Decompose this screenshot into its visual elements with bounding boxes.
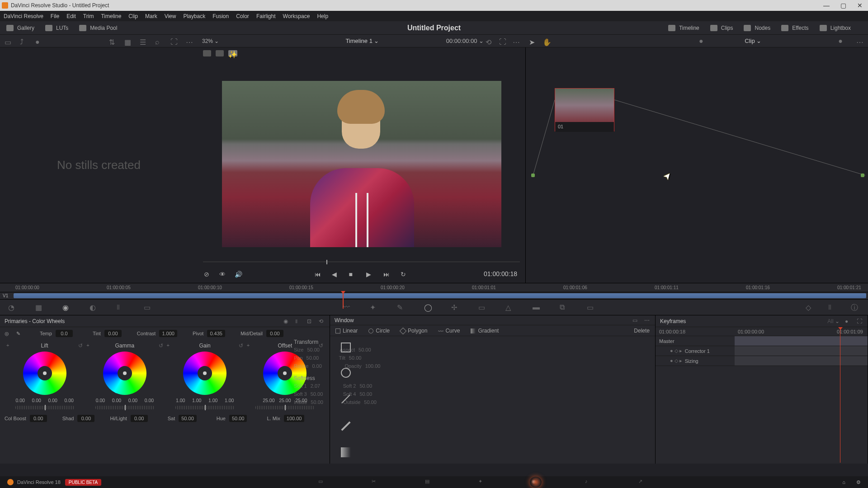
kf-master-row[interactable]: Master [656, 336, 868, 346]
lift-wheel[interactable] [23, 352, 66, 395]
menu-item[interactable]: Mark [145, 13, 157, 19]
reset-icon[interactable]: ↺ [78, 343, 83, 349]
lmix-value[interactable]: 100.00 [284, 415, 305, 422]
first-frame-button[interactable]: ⏮ [315, 271, 323, 277]
menu-item[interactable]: Fairlight [256, 13, 276, 19]
timeline-button[interactable]: Timeline [668, 25, 699, 31]
tilt-value[interactable]: 50.00 [349, 355, 368, 361]
rotate-value[interactable]: 0.00 [312, 363, 331, 369]
blur-icon[interactable]: △ [505, 303, 514, 311]
kf-sizing-row[interactable]: ● ◇ ▸Sizing [656, 356, 868, 366]
linear-tab[interactable]: Linear [335, 328, 358, 334]
kf-expand-icon[interactable]: ⛶ [857, 318, 863, 324]
color-page-icon[interactable]: ◉ [532, 479, 540, 486]
media-page-icon[interactable]: ▭ [318, 479, 326, 486]
picker-icon[interactable]: ◎ [5, 331, 14, 337]
soft2-value[interactable]: 50.00 [360, 383, 379, 389]
prev-frame-button[interactable]: ◀ [332, 271, 340, 277]
unmix-icon[interactable]: ⊘ [204, 271, 212, 277]
circle-tab[interactable]: Circle [368, 328, 390, 334]
still-view-icon[interactable]: ▭ [5, 38, 12, 44]
gradient-tab[interactable]: Gradient [471, 328, 499, 334]
log-mode-icon[interactable]: ⊡ [307, 318, 313, 324]
gallery-button[interactable]: Gallery [6, 25, 34, 31]
sat-value[interactable]: 50.00 [179, 415, 197, 422]
gain-wheel[interactable] [183, 352, 226, 395]
middetail-value[interactable]: 0.00 [266, 330, 283, 337]
timeline-track[interactable]: V1 [0, 292, 868, 299]
media-pool-button[interactable]: Media Pool [79, 25, 117, 31]
inside-value[interactable]: 50.00 [311, 399, 330, 405]
expand-icon[interactable]: ⛶ [170, 38, 178, 44]
bypass-icon[interactable]: ⟲ [486, 38, 493, 44]
menu-item[interactable]: Playback [183, 13, 205, 19]
clips-button[interactable]: Clips [710, 25, 733, 31]
magic-icon[interactable]: ▭ [478, 303, 487, 311]
node-dot-icon[interactable]: ● [699, 37, 703, 45]
hand-icon[interactable]: ✋ [542, 38, 550, 44]
home-icon[interactable]: ⌂ [842, 479, 845, 485]
menu-item[interactable]: Timeline [101, 13, 121, 19]
menu-item[interactable]: Trim [83, 13, 94, 19]
delete-tab[interactable]: Delete [634, 328, 650, 334]
stop-button[interactable]: ■ [349, 271, 357, 277]
hilight-value[interactable]: 0.00 [131, 415, 148, 422]
timeline-clip[interactable] [14, 293, 866, 298]
node-output[interactable] [861, 174, 864, 177]
node-editor[interactable]: 01 [526, 47, 868, 283]
kf-filter[interactable]: All ⌄ [827, 318, 840, 324]
maximize-button[interactable]: ▢ [840, 2, 846, 9]
3d-icon[interactable]: ▭ [587, 303, 596, 311]
menu-item[interactable]: View [165, 13, 176, 19]
fusion-page-icon[interactable]: ✦ [478, 479, 486, 486]
loop-button[interactable]: ↻ [401, 271, 409, 277]
close-button[interactable]: ✕ [857, 2, 863, 9]
kf-dot-icon[interactable]: ● [845, 318, 851, 324]
contrast-value[interactable]: 1.000 [159, 330, 177, 337]
rgb-icon[interactable]: ⫴ [117, 303, 126, 311]
menu-item[interactable]: Workspace [283, 13, 310, 19]
window-icon[interactable]: ◯ [424, 303, 433, 311]
clip-mode-dropdown[interactable]: Clip ⌄ [745, 38, 761, 44]
scopes-icon[interactable]: ⫴ [828, 303, 837, 311]
opacity-value[interactable]: 100.00 [365, 363, 384, 369]
pan-value[interactable]: 50.00 [307, 355, 326, 361]
next-frame-button[interactable]: ⏭ [383, 271, 392, 277]
fit-icon[interactable]: ⛶ [499, 38, 506, 44]
minimize-button[interactable]: — [823, 2, 830, 9]
settings-icon[interactable]: ⚙ [856, 479, 861, 485]
curves-icon[interactable]: ◔ [8, 303, 17, 311]
menu-item[interactable]: Edit [66, 13, 76, 19]
menu-item[interactable]: Fusion [212, 13, 229, 19]
curve-tab[interactable]: 〰Curve [438, 328, 460, 334]
node-dot-icon[interactable]: ● [838, 37, 843, 45]
node-input[interactable] [531, 174, 535, 177]
pointer-icon[interactable]: ➤ [529, 38, 536, 44]
pivot-value[interactable]: 0.435 [207, 330, 225, 337]
kf-playhead[interactable] [840, 327, 840, 463]
menu-item[interactable]: Color [236, 13, 249, 19]
loop-icon[interactable]: 👁 [219, 271, 227, 277]
gamma-slider[interactable] [95, 406, 154, 409]
hue-value[interactable]: 50.00 [229, 415, 247, 422]
bars-mode-icon[interactable]: ⫴ [295, 318, 302, 324]
fairlight-page-icon[interactable]: ♪ [585, 479, 593, 486]
menu-item[interactable]: File [51, 13, 59, 19]
more-icon[interactable]: ⋯ [644, 317, 651, 324]
outside-value[interactable]: 50.00 [364, 399, 383, 405]
key-icon[interactable]: ▬ [533, 303, 542, 311]
curve-window-button[interactable] [341, 421, 350, 431]
grid-icon[interactable]: ▦ [124, 38, 132, 44]
mute-icon[interactable]: 🔊 [235, 271, 243, 277]
shad-value[interactable]: 0.00 [77, 415, 94, 422]
more-icon[interactable]: ⋯ [856, 38, 863, 44]
curves2-icon[interactable]: 〰 [343, 303, 352, 311]
play-button[interactable]: ▶ [366, 271, 374, 277]
gamma-wheel[interactable] [103, 352, 146, 395]
gain-slider[interactable] [175, 406, 234, 409]
export-icon[interactable]: ⤴ [20, 38, 27, 44]
qualifier-icon[interactable]: ▦ [35, 303, 44, 311]
polygon-tab[interactable]: Polygon [401, 328, 427, 334]
reset-icon[interactable]: ⟲ [319, 318, 325, 324]
hdr-icon[interactable]: ◐ [90, 303, 99, 311]
